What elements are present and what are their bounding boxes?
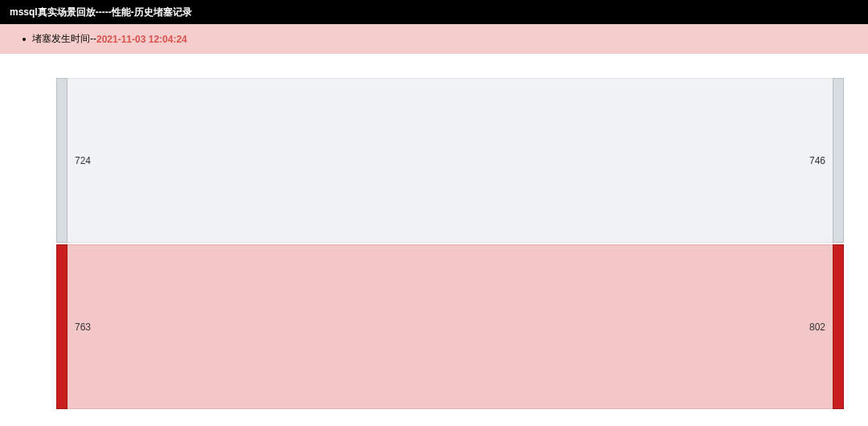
alert-bar[interactable]: 堵塞发生时间-- 2021-11-03 12:04:24 [0, 24, 868, 54]
block-row2-center[interactable] [68, 244, 833, 409]
block-row1-left-value: 724 [75, 155, 91, 166]
block-row2-right-bar[interactable]: 802 [833, 244, 844, 409]
alert-label: 堵塞发生时间-- [32, 32, 96, 46]
block-row-1: 724 746 [56, 78, 844, 243]
block-row2-left-value: 763 [75, 322, 91, 333]
block-row1-left-bar[interactable]: 724 [56, 78, 68, 243]
block-row1-right-value: 746 [809, 155, 825, 166]
block-row2-right-value: 802 [809, 322, 825, 333]
block-row-2: 763 802 [56, 244, 844, 409]
block-row1-right-bar[interactable]: 746 [833, 78, 844, 243]
block-diagram: 724 746 763 802 [0, 54, 868, 409]
block-row2-left-bar[interactable]: 763 [56, 244, 68, 409]
bullet-icon [23, 38, 26, 41]
window-title: mssql真实场景回放-----性能-历史堵塞记录 [10, 6, 192, 19]
window-title-bar: mssql真实场景回放-----性能-历史堵塞记录 [0, 0, 868, 24]
alert-time: 2021-11-03 12:04:24 [96, 34, 187, 45]
block-row1-center[interactable] [68, 78, 833, 243]
